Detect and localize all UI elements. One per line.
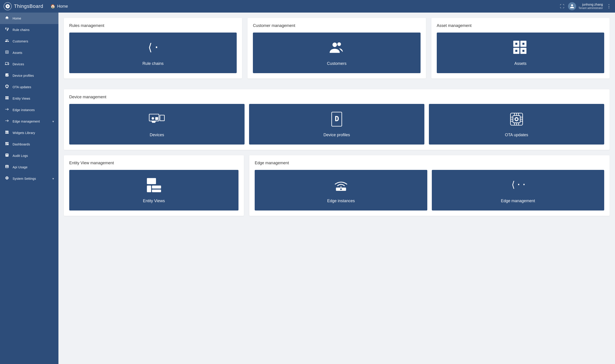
api-usage-icon [4, 165, 9, 170]
device-profiles-card-icon: D [329, 111, 345, 129]
logo-text: ThingsBoard [14, 3, 43, 9]
rule-chains-card[interactable]: ⟨···⟩ Rule chains [69, 33, 237, 73]
sidebar-item-device-profiles[interactable]: Device profiles [0, 70, 58, 81]
sidebar-item-ota-label: OTA updates [13, 85, 54, 89]
home-label: Home [57, 4, 68, 9]
assets-card[interactable]: Assets [437, 33, 604, 73]
edge-management-title: Edge management [255, 161, 604, 165]
customers-card-label: Customers [327, 61, 346, 66]
sidebar-item-home[interactable]: Home [0, 13, 58, 24]
sidebar-item-customers-label: Customers [13, 39, 54, 43]
svg-rect-37 [147, 186, 151, 192]
user-name: junhong zhang [578, 2, 603, 7]
edge-management-chevron-icon: ▾ [52, 120, 54, 123]
sidebar-item-dashboards[interactable]: Dashboards [0, 139, 58, 150]
logo-icon [4, 2, 12, 10]
rule-chains-card-icon: ⟨···⟩ [145, 40, 161, 58]
dashboards-icon [4, 142, 9, 147]
svg-rect-36 [147, 178, 156, 184]
sidebar-item-edge-instances-label: Edge instances [13, 108, 54, 112]
sidebar-item-ota-updates[interactable]: OTA updates [0, 81, 58, 93]
rules-management-title: Rules management [69, 23, 237, 28]
edge-instances-card-label: Edge instances [327, 199, 355, 203]
sidebar-item-api-usage-label: Api Usage [13, 165, 54, 169]
edge-management-card[interactable]: ⟨···⟩ Edge management [432, 170, 604, 210]
assets-card-icon [512, 40, 529, 58]
edge-instances-card[interactable]: Edge instances [255, 170, 427, 210]
sidebar-item-customers[interactable]: Customers [0, 36, 58, 47]
customers-card[interactable]: Customers [253, 33, 420, 73]
customer-management-title: Customer management [253, 23, 420, 28]
sidebar-item-api-usage[interactable]: Api Usage [0, 161, 58, 173]
sidebar-item-assets[interactable]: Assets [0, 47, 58, 58]
sidebar-item-edge-management[interactable]: Edge management ▾ [0, 116, 58, 127]
svg-text:⟨···⟩: ⟨···⟩ [147, 41, 161, 53]
sidebar-item-entity-views[interactable]: Entity Views [0, 93, 58, 104]
edge-instances-card-icon [333, 177, 349, 195]
svg-point-23 [516, 118, 518, 120]
svg-rect-38 [152, 186, 161, 189]
sidebar-item-devices[interactable]: Devices [0, 58, 58, 70]
svg-text:D: D [335, 115, 339, 123]
svg-rect-9 [522, 43, 524, 45]
entity-views-card-icon [146, 177, 162, 195]
devices-icon [4, 62, 9, 67]
device-management-section: Device management Devices [64, 89, 610, 150]
device-profiles-icon [4, 73, 9, 78]
svg-point-14 [152, 117, 154, 120]
assets-card-label: Assets [514, 61, 526, 66]
rules-management-section: Rules management ⟨···⟩ Rule chains [64, 18, 242, 78]
svg-point-3 [337, 42, 341, 46]
sidebar-item-dashboards-label: Dashboards [13, 143, 54, 146]
sidebar-item-widgets-label: Widgets Library [13, 131, 54, 135]
sidebar-item-devices-label: Devices [13, 62, 54, 66]
devices-card-icon [149, 111, 165, 129]
assets-icon [4, 50, 9, 55]
logo[interactable]: ThingsBoard [4, 2, 43, 10]
svg-rect-39 [152, 190, 161, 192]
sidebar-item-edge-instances[interactable]: Edge instances [0, 104, 58, 116]
sidebar-item-device-profiles-label: Device profiles [13, 74, 54, 78]
edge-instances-icon [4, 107, 9, 112]
ota-updates-card-label: OTA updates [505, 133, 528, 137]
edge-management-icon [4, 119, 9, 124]
main-content: Rules management ⟨···⟩ Rule chains Custo… [58, 13, 615, 364]
user-info: junhong zhang Tenant administrator [578, 2, 603, 10]
user-menu[interactable]: junhong zhang Tenant administrator [568, 2, 603, 10]
sidebar-item-widgets-library[interactable]: Widgets Library [0, 127, 58, 139]
entity-views-card[interactable]: Entity Views [69, 170, 238, 210]
ota-updates-card[interactable]: OTA updates [429, 104, 604, 144]
avatar [568, 2, 576, 10]
sidebar-item-audit-logs[interactable]: Audit Logs [0, 150, 58, 161]
customers-icon [4, 39, 9, 44]
home-breadcrumb[interactable]: 🏠 Home [50, 4, 68, 9]
svg-rect-8 [516, 43, 517, 45]
device-profiles-card[interactable]: D Device profiles [249, 104, 424, 144]
device-management-title: Device management [69, 95, 604, 99]
device-profiles-card-label: Device profiles [323, 133, 350, 137]
svg-point-41 [340, 188, 342, 190]
user-role: Tenant administrator [578, 7, 603, 10]
devices-card-label: Devices [150, 133, 164, 137]
audit-logs-icon [4, 153, 9, 158]
widgets-library-icon [4, 130, 9, 135]
entity-view-management-section: Entity View management Entity Views [64, 155, 244, 216]
sidebar-item-rule-chains-label: Rule chains [13, 28, 54, 32]
more-menu-button[interactable]: ⋮ [606, 3, 611, 9]
sidebar-item-rule-chains[interactable]: Rule chains [0, 24, 58, 36]
rule-chains-icon [4, 27, 9, 32]
devices-card[interactable]: Devices [69, 104, 245, 144]
home-icon: 🏠 [50, 4, 55, 9]
asset-management-section: Asset management [431, 18, 610, 78]
entity-view-management-title: Entity View management [69, 161, 238, 165]
fullscreen-button[interactable]: ⛶ [560, 4, 564, 9]
entity-views-icon [4, 96, 9, 101]
customer-management-section: Customer management Customers [248, 18, 426, 78]
edge-management-card-label: Edge management [501, 199, 535, 203]
edge-management-section: Edge management [249, 155, 610, 216]
topnav-right: ⛶ junhong zhang Tenant administrator ⋮ [560, 2, 611, 10]
sidebar-item-audit-logs-label: Audit Logs [13, 154, 54, 157]
system-settings-icon [4, 176, 9, 181]
home-icon [4, 16, 9, 21]
sidebar-item-system-settings[interactable]: System Settings ▾ [0, 173, 58, 184]
